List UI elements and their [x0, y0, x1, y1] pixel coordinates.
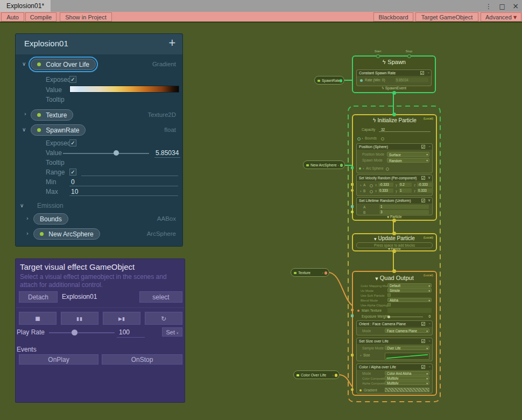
blackboard-toggle-button[interactable]: Blackboard — [373, 12, 413, 22]
param-pill-texture[interactable]: Texture — [31, 109, 73, 121]
block-collapse-icon[interactable]: – — [428, 70, 430, 76]
close-icon[interactable]: × — [512, 2, 519, 10]
play-rate-slider-track[interactable] — [49, 332, 115, 333]
vel-b-y-field[interactable]: 1 — [399, 188, 412, 193]
category-emission[interactable]: Emission — [37, 202, 64, 209]
blackboard-header[interactable]: Explosion01 + — [16, 34, 182, 54]
value-slider-handle[interactable] — [114, 150, 119, 156]
spawn-mode-dropdown[interactable]: Random ▾ — [387, 158, 429, 163]
arc-sphere-input-port[interactable] — [351, 166, 354, 169]
spawn-output-port[interactable] — [392, 91, 396, 95]
constant-spawn-rate-header[interactable]: Constant Spawn Rate ✓ – — [357, 70, 431, 76]
update-output-port[interactable] — [392, 249, 396, 253]
gradient-field[interactable] — [385, 388, 429, 392]
spawnrate-value-field[interactable]: 5.85034 — [156, 149, 179, 157]
spawnrate-output-port[interactable] — [340, 79, 343, 82]
block-collapse-icon[interactable]: ∨ — [428, 175, 431, 181]
kebab-menu-icon[interactable]: ⋮ — [485, 3, 492, 10]
maximize-icon[interactable]: □ — [499, 3, 505, 10]
tab-explosion01[interactable]: Explosion01* — [0, 0, 51, 12]
chevron-right-icon[interactable]: › — [26, 215, 29, 221]
size-input-port[interactable] — [351, 354, 354, 356]
arc-sphere-port-dot[interactable] — [359, 167, 361, 170]
gradient-input-port[interactable] — [351, 388, 354, 391]
play-rate-value-field[interactable]: 100 — [119, 328, 130, 336]
block-enabled-checkbox[interactable]: ✓ — [420, 71, 424, 75]
chevron-right-icon[interactable]: › — [24, 111, 26, 117]
block-enabled-checkbox[interactable]: ✓ — [421, 145, 425, 149]
compile-button[interactable]: Compile — [25, 12, 57, 22]
target-gameobject-toggle-button[interactable]: Target GameObject — [415, 12, 478, 22]
alpha-clipping-checkbox[interactable] — [387, 303, 391, 306]
color-mapping-dropdown[interactable]: Default ▾ — [387, 283, 432, 288]
advanced-dropdown[interactable]: Advanced ▼ — [481, 12, 521, 22]
detach-button[interactable]: Detach — [19, 291, 58, 303]
color-alpha-header[interactable]: Color / Alpha over Life ✓ – — [357, 364, 432, 370]
lifetime-random-header[interactable]: Set Lifetime Random (Uniform) ✓ ∨ — [357, 198, 432, 204]
param-node-color-over-life[interactable]: Color Over Life ‹ — [293, 370, 340, 379]
expand-icon[interactable]: › — [363, 166, 364, 171]
lifetime-b-field[interactable]: 3 — [379, 210, 429, 214]
param-node-new-arcsphere[interactable]: New ArcSphere ‹ — [303, 160, 345, 169]
vel-b-z-field[interactable]: 0.333 — [417, 188, 433, 193]
color-mode-dropdown[interactable]: Color And Alpha ▾ — [385, 371, 429, 375]
param-pill-new-arcsphere[interactable]: New ArcSphere — [33, 228, 100, 240]
exposed-checkbox[interactable]: ✓ — [69, 76, 76, 83]
block-enabled-checkbox[interactable]: ✓ — [421, 176, 425, 180]
lifetime-b-input-port[interactable] — [351, 211, 354, 213]
velocity-a-input-port[interactable] — [351, 183, 354, 186]
value-slider-track[interactable] — [63, 153, 149, 154]
max-field[interactable]: 10 — [71, 188, 78, 195]
auto-button[interactable]: Auto — [1, 12, 24, 22]
chevron-down-icon[interactable]: ∨ — [22, 61, 26, 67]
quad-output-node[interactable]: ▼ Quad Output (Local) Color Mapping Mode… — [352, 271, 437, 396]
size-over-life-header[interactable]: Set Size over Life ✓ – — [357, 338, 432, 344]
play-rate-slider-handle[interactable] — [72, 330, 77, 335]
vel-b-x-field[interactable]: 0.333 — [378, 188, 393, 193]
block-collapse-icon[interactable]: – — [429, 321, 431, 327]
rate-port-dot[interactable] — [360, 79, 363, 82]
soft-particle-checkbox[interactable] — [387, 293, 391, 297]
position-sphere-header[interactable]: Position (Sphere) ✓ – — [357, 144, 432, 150]
block-collapse-icon[interactable]: ∨ — [428, 198, 431, 204]
param-node-spawnrate[interactable]: SpawnRate ‹ — [314, 76, 344, 85]
sample-mode-dropdown[interactable]: Over Life ▾ — [385, 346, 429, 350]
gradient-preview-field[interactable] — [69, 86, 179, 93]
blend-mode-dropdown[interactable]: Alpha ▾ — [387, 298, 432, 302]
block-collapse-icon[interactable]: – — [429, 364, 431, 370]
vel-a-y-field[interactable]: 0.2 — [399, 183, 412, 187]
exposure-slider-handle[interactable] — [387, 316, 390, 318]
bounds-picker-icon[interactable] — [381, 137, 384, 141]
expand-icon[interactable]: › — [362, 136, 363, 141]
restart-button[interactable]: ↻ — [145, 312, 182, 325]
size-curve-field[interactable] — [385, 353, 429, 360]
block-enabled-checkbox[interactable]: ✓ — [421, 339, 425, 343]
velocity-random-header[interactable]: Set Velocity Random (Per-component) ✓ ∨ — [357, 175, 432, 181]
pause-button[interactable]: ▮▮ — [61, 312, 98, 325]
block-enabled-checkbox[interactable]: ✓ — [421, 199, 425, 202]
arcsphere-picker-icon[interactable] — [386, 167, 389, 171]
param-pill-bounds[interactable]: Bounds — [33, 213, 68, 225]
onplay-button[interactable]: OnPlay — [19, 354, 98, 365]
param-node-texture[interactable]: Texture ‹ — [291, 268, 329, 277]
expand-icon[interactable]: › — [360, 188, 362, 194]
select-button[interactable]: select — [139, 291, 182, 303]
uv-mode-dropdown[interactable]: Simple ▾ — [387, 288, 432, 292]
chevron-down-icon[interactable]: ∨ — [20, 202, 24, 208]
arcsphere-output-port[interactable] — [340, 164, 343, 167]
lifetime-a-input-port[interactable] — [351, 205, 354, 208]
chevron-right-icon[interactable]: › — [26, 230, 29, 236]
rate-field[interactable]: 5.85034 — [395, 78, 428, 82]
exposure-slider-track[interactable] — [389, 317, 423, 317]
exposure-value[interactable]: 0 — [428, 314, 431, 319]
block-collapse-icon[interactable]: – — [429, 144, 431, 150]
bounds-port-dot[interactable] — [357, 137, 361, 141]
min-field[interactable]: 0 — [71, 178, 75, 186]
gradient-port-dot[interactable] — [359, 389, 362, 391]
block-enabled-checkbox[interactable]: ✓ — [421, 322, 425, 326]
orient-mode-dropdown[interactable]: Face Camera Plane ▾ — [385, 328, 429, 333]
exposure-input-port[interactable] — [351, 314, 354, 317]
set-rate-dropdown[interactable]: Set ▾ — [162, 327, 182, 337]
expand-icon[interactable]: › — [360, 183, 362, 188]
position-mode-dropdown[interactable]: Surface ▾ — [387, 152, 429, 157]
